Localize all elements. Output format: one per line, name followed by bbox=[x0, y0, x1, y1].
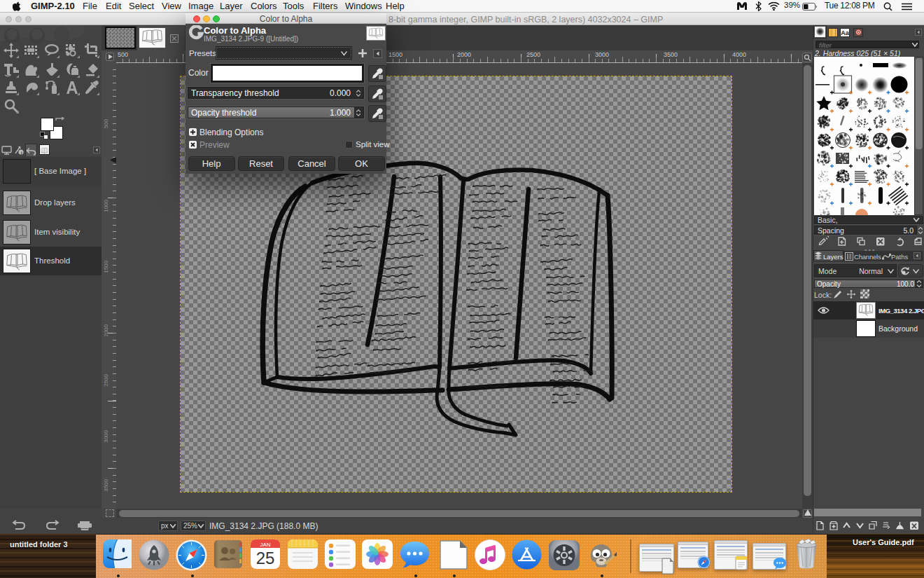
svg-text:25: 25 bbox=[256, 549, 275, 567]
svg-text:JAN: JAN bbox=[260, 542, 270, 548]
